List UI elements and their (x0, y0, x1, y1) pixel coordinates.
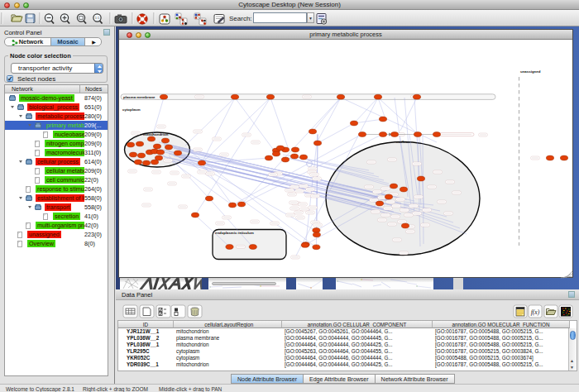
svg-text:mitochondrion: mitochondrion (143, 132, 169, 136)
svg-text:plasma membrane: plasma membrane (123, 95, 156, 99)
svg-text:cytoplasm: cytoplasm (122, 108, 141, 112)
svg-text:unassigned: unassigned (520, 69, 541, 74)
svg-text:1:1: 1:1 (95, 16, 100, 20)
svg-text:nucleus: nucleus (396, 140, 410, 144)
svg-text:endoplasmic reticulum: endoplasmic reticulum (215, 231, 254, 235)
svg-text:f(x): f(x) (531, 308, 540, 316)
